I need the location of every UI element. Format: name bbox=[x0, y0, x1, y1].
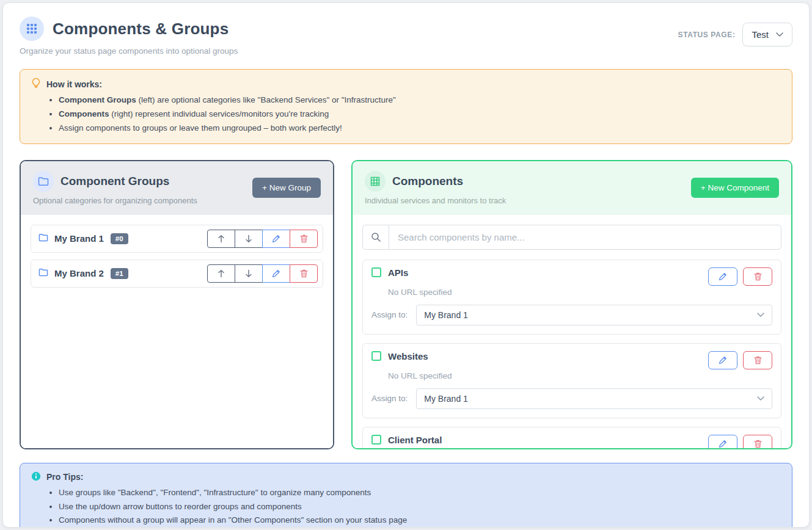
move-down-button[interactable] bbox=[235, 230, 263, 248]
delete-group-button[interactable] bbox=[290, 230, 318, 248]
components-panel: Components Individual services and monit… bbox=[351, 160, 792, 449]
pencil-icon bbox=[272, 269, 280, 278]
arrow-down-icon bbox=[245, 234, 252, 243]
page-header: Components & Groups Organize your status… bbox=[20, 16, 792, 56]
status-page-label: STATUS PAGE: bbox=[678, 31, 736, 39]
components-grid-icon bbox=[20, 16, 44, 41]
component-url-status: No URL specified bbox=[388, 288, 772, 297]
group-name: My Brand 2 bbox=[54, 268, 104, 278]
component-url-status: No URL specified bbox=[388, 371, 772, 380]
component-card: Websites No URL specified Assign to: My … bbox=[362, 343, 781, 418]
list-item: Component Groups (left) are optional cat… bbox=[59, 95, 781, 106]
edit-component-button[interactable] bbox=[708, 267, 737, 286]
edit-group-button[interactable] bbox=[262, 230, 290, 248]
component-groups-panel: Component Groups Optional categories for… bbox=[20, 160, 334, 449]
component-checkbox[interactable] bbox=[371, 435, 381, 445]
groups-panel-header: Component Groups Optional categories for… bbox=[21, 161, 333, 215]
component-card: Client Portal No URL specified Assign to… bbox=[362, 427, 781, 448]
component-checkbox[interactable] bbox=[371, 351, 381, 361]
pro-tips-title: Pro Tips: bbox=[46, 472, 83, 482]
trash-icon bbox=[300, 234, 308, 243]
assigned-group-value: My Brand 1 bbox=[424, 310, 468, 320]
components-list: APIs No URL specified Assign to: My Bran… bbox=[353, 215, 791, 448]
components-panel-header: Components Individual services and monit… bbox=[353, 161, 791, 215]
move-up-button[interactable] bbox=[207, 230, 235, 248]
edit-group-button[interactable] bbox=[262, 264, 290, 283]
group-order-badge: #1 bbox=[111, 268, 128, 279]
delete-group-button[interactable] bbox=[290, 264, 318, 283]
folder-icon bbox=[33, 171, 54, 192]
status-page-switcher: STATUS PAGE: Test bbox=[678, 23, 792, 46]
status-page-value: Test bbox=[752, 29, 769, 40]
arrow-down-icon bbox=[245, 269, 252, 278]
assigned-group-value: My Brand 1 bbox=[424, 394, 468, 404]
delete-component-button[interactable] bbox=[743, 435, 772, 448]
folder-icon bbox=[38, 268, 48, 279]
search-input[interactable] bbox=[389, 225, 781, 250]
chevron-down-icon bbox=[776, 32, 783, 37]
arrow-up-icon bbox=[218, 269, 225, 278]
how-it-works-title: How it works: bbox=[46, 79, 102, 89]
delete-component-button[interactable] bbox=[743, 267, 772, 286]
component-name: Websites bbox=[388, 351, 428, 361]
grid-icon bbox=[365, 171, 386, 192]
list-item: Use groups like "Backend", "Frontend", "… bbox=[59, 487, 781, 499]
main-card: Components & Groups Organize your status… bbox=[2, 2, 810, 528]
pencil-icon bbox=[272, 234, 280, 243]
trash-icon bbox=[754, 356, 762, 365]
pro-tips-box: Pro Tips: Use groups like "Backend", "Fr… bbox=[20, 463, 792, 528]
pencil-icon bbox=[719, 440, 727, 448]
component-checkbox[interactable] bbox=[371, 267, 381, 277]
page-header-left: Components & Groups Organize your status… bbox=[20, 16, 238, 56]
new-component-button[interactable]: + New Component bbox=[691, 178, 779, 198]
component-card: APIs No URL specified Assign to: My Bran… bbox=[362, 260, 781, 335]
edit-component-button[interactable] bbox=[708, 435, 737, 448]
arrow-up-icon bbox=[218, 234, 225, 243]
components-panel-subtitle: Individual services and monitors to trac… bbox=[365, 196, 506, 205]
group-row: My Brand 1 #0 bbox=[31, 225, 323, 253]
new-group-button[interactable]: + New Group bbox=[252, 178, 321, 198]
chevron-down-icon bbox=[757, 313, 764, 318]
page-subtitle: Organize your status page components int… bbox=[20, 46, 238, 56]
list-item: Components without a group will appear i… bbox=[59, 515, 781, 526]
chevron-down-icon bbox=[757, 396, 764, 401]
info-icon bbox=[31, 471, 41, 483]
list-item: Use the up/down arrow buttons to reorder… bbox=[59, 501, 781, 513]
folder-icon bbox=[38, 233, 48, 244]
component-name: Client Portal bbox=[388, 435, 442, 445]
groups-panel-title: Component Groups bbox=[60, 175, 169, 188]
move-down-button[interactable] bbox=[235, 264, 263, 283]
group-name: My Brand 1 bbox=[54, 233, 104, 244]
pro-tips-list: Use groups like "Backend", "Frontend", "… bbox=[31, 487, 781, 527]
status-page-select[interactable]: Test bbox=[742, 23, 792, 46]
lightbulb-icon bbox=[31, 78, 41, 90]
group-order-badge: #0 bbox=[111, 233, 128, 244]
pencil-icon bbox=[719, 356, 727, 365]
group-row: My Brand 2 #1 bbox=[31, 260, 323, 288]
assign-to-label: Assign to: bbox=[371, 310, 408, 319]
pencil-icon bbox=[719, 272, 727, 281]
move-up-button[interactable] bbox=[207, 264, 235, 283]
how-it-works-list: Component Groups (left) are optional cat… bbox=[31, 95, 781, 134]
how-it-works-box: How it works: Component Groups (left) ar… bbox=[20, 69, 792, 144]
groups-list: My Brand 1 #0 My Bra bbox=[21, 215, 333, 448]
groups-panel-subtitle: Optional categories for organizing compo… bbox=[33, 196, 197, 205]
list-item: Components (right) represent individual … bbox=[59, 109, 781, 120]
search-icon bbox=[362, 225, 389, 250]
assign-to-label: Assign to: bbox=[371, 394, 408, 403]
panels-row: Component Groups Optional categories for… bbox=[20, 160, 792, 449]
list-item: Assign components to groups or leave the… bbox=[59, 123, 781, 134]
assign-group-select[interactable]: My Brand 1 bbox=[416, 388, 772, 409]
trash-icon bbox=[754, 440, 762, 448]
edit-component-button[interactable] bbox=[708, 351, 737, 369]
components-panel-title: Components bbox=[392, 175, 463, 188]
trash-icon bbox=[300, 269, 308, 278]
delete-component-button[interactable] bbox=[743, 351, 772, 369]
trash-icon bbox=[754, 272, 762, 281]
component-search bbox=[362, 225, 781, 250]
assign-group-select[interactable]: My Brand 1 bbox=[416, 305, 772, 325]
component-name: APIs bbox=[388, 267, 408, 278]
page-title: Components & Groups bbox=[53, 20, 229, 38]
